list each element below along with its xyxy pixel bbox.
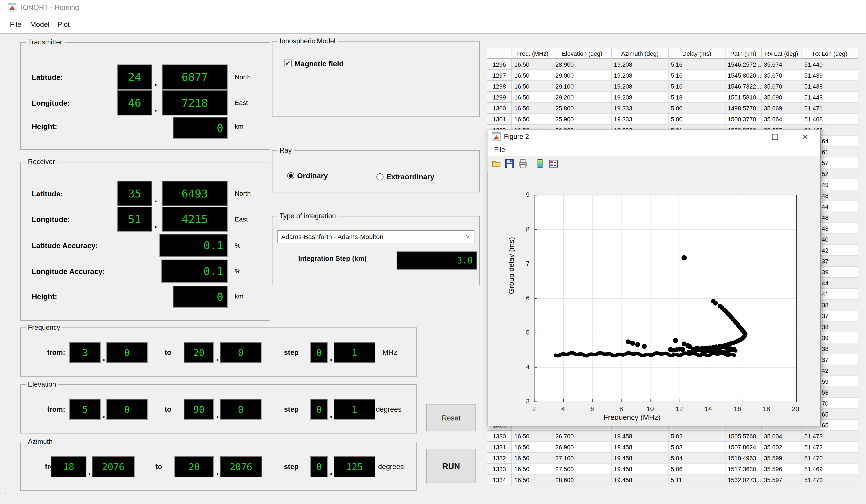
rx-longitude-frac-field[interactable]: 4215	[162, 207, 227, 232]
table-header-Rx Lon (deg)[interactable]: Rx Lon (deg)	[802, 48, 858, 59]
integration-title: Type of integration	[278, 212, 338, 220]
close-icon[interactable]: ✕	[792, 130, 819, 144]
frequency-to-frac-field[interactable]: 0	[220, 342, 262, 363]
decimal-dot	[331, 473, 332, 475]
table-cell: 19.458	[612, 463, 669, 474]
table-header-Path (km)[interactable]: Path (km)	[725, 48, 762, 59]
elevation-to-label: to	[165, 405, 171, 413]
minimize-icon[interactable]	[735, 130, 760, 144]
figure-title-bar: Figure 2 ✕	[488, 130, 820, 144]
menu-file[interactable]: File	[7, 19, 24, 30]
table-cell: 16.50	[512, 453, 553, 463]
table-cell: 1500.3770...	[725, 114, 762, 125]
y-axis-label: Group delay (ms)	[507, 237, 515, 294]
y-tick-label: 3	[520, 398, 530, 405]
extraordinary-radio[interactable]	[376, 173, 384, 181]
frequency-step-frac-field[interactable]: 1	[334, 342, 375, 363]
ionospheric-model-groupbox: Ionospheric Model ✓ Magnetic field	[272, 41, 480, 117]
rx-height-label: Height:	[32, 293, 57, 301]
menu-model[interactable]: Model	[27, 19, 52, 30]
rx-longitude-int-field[interactable]: 51	[117, 207, 152, 232]
reset-button[interactable]: Reset	[426, 404, 476, 432]
table-header-Freq. (MHz)[interactable]: Freq. (MHz)	[512, 48, 553, 59]
tx-latitude-int-field[interactable]: 24	[117, 65, 152, 90]
frequency-to-int-field[interactable]: 20	[184, 342, 214, 363]
menu-plot[interactable]: Plot	[55, 19, 73, 30]
ordinary-radio[interactable]	[287, 172, 295, 180]
elevation-to-int-field[interactable]: 90	[184, 399, 214, 420]
azimuth-step-frac-field[interactable]: 125	[334, 457, 375, 477]
ionort-main-window: IONORT - Homing File Model Plot Transmit…	[0, 0, 866, 504]
figure-menu-file[interactable]: File	[494, 146, 505, 154]
table-row[interactable]: 129616.5028.90019.2085.161546.2572...35.…	[487, 59, 858, 70]
table-row[interactable]: 130016.5025.80019.3335.001498.5770...35.…	[487, 103, 858, 114]
frequency-step-int-field[interactable]: 0	[310, 342, 328, 363]
maximize-icon[interactable]	[763, 130, 787, 144]
row-number: 1331	[487, 442, 512, 453]
azimuth-step-int-field[interactable]: 0	[310, 457, 328, 477]
integration-step-label: Integration Step (km)	[298, 255, 367, 262]
run-button[interactable]: RUN	[426, 449, 476, 483]
decimal-dot	[216, 359, 219, 361]
table-header-Azimuth (deg)[interactable]: Azimuth (deg)	[612, 48, 669, 59]
decimal-dot	[216, 416, 219, 418]
azimuth-to-int-field[interactable]: 20	[175, 457, 214, 477]
azimuth-from-int-field[interactable]: 18	[51, 457, 87, 477]
frequency-from-frac-field[interactable]: 0	[106, 342, 148, 363]
toolbar-separator	[531, 159, 531, 169]
azimuth-to-frac-field[interactable]: 2076	[220, 457, 262, 477]
table-cell: 51.470	[802, 453, 858, 463]
tx-latitude-frac-field[interactable]: 6877	[162, 65, 227, 90]
rx-height-field[interactable]: 0	[173, 286, 227, 308]
tx-height-field[interactable]: 0	[173, 117, 227, 139]
row-number: 1333	[487, 463, 512, 474]
elevation-from-frac-field[interactable]: 0	[106, 399, 148, 420]
table-cell: 35.690	[762, 92, 802, 103]
colorbar-icon[interactable]	[535, 159, 546, 169]
legend-icon[interactable]	[548, 159, 559, 169]
print-icon[interactable]	[518, 159, 528, 169]
table-cell: 5.06	[669, 463, 725, 474]
integration-step-field[interactable]: 3.0	[397, 251, 477, 270]
table-header-Elevation (deg)[interactable]: Elevation (deg)	[553, 48, 612, 59]
table-row[interactable]: 133316.5027.50019.4585.061517.3630...35.…	[487, 463, 858, 474]
rx-longitude-unit: East	[235, 215, 248, 223]
table-cell: 16.50	[512, 114, 553, 125]
table-row[interactable]: 129816.5029.10019.2085.161546.7322...35.…	[487, 81, 858, 92]
table-header-rownum[interactable]	[487, 48, 512, 59]
elevation-step-int-field[interactable]: 0	[310, 399, 328, 420]
elevation-from-int-field[interactable]: 5	[70, 399, 101, 420]
tx-longitude-int-field[interactable]: 46	[117, 90, 152, 115]
integration-method-dropdown[interactable]: Adams-Bashforth - Adams-Moulton ˅	[278, 230, 475, 243]
tx-latitude-unit: North	[235, 73, 251, 81]
table-row[interactable]: 129916.5029.20019.2085.181551.5810...35.…	[487, 92, 858, 103]
azimuth-from-frac-field[interactable]: 2076	[92, 457, 135, 477]
table-row[interactable]: 133016.5026.70019.4585.021505.5760...35.…	[487, 431, 858, 442]
rx-lon-accuracy-field[interactable]: 0.1	[162, 260, 228, 283]
rx-latitude-frac-field[interactable]: 6493	[162, 181, 227, 206]
table-row[interactable]: 133116.5026.90019.4585.031507.8624...35.…	[487, 442, 858, 453]
rx-lat-accuracy-field[interactable]: 0.1	[159, 234, 228, 257]
table-header-Rx Lat (deg)[interactable]: Rx Lat (deg)	[762, 48, 802, 59]
rx-latitude-int-field[interactable]: 35	[117, 181, 152, 206]
table-cell: 5.02	[669, 431, 725, 442]
transmitter-groupbox: Transmitter Latitude: 24 6877 North Long…	[20, 42, 270, 150]
table-cell: 25.900	[553, 114, 612, 125]
elevation-step-frac-field[interactable]: 1	[334, 399, 375, 420]
tx-longitude-frac-field[interactable]: 7218	[162, 90, 227, 115]
magnetic-field-checkbox[interactable]: ✓	[284, 60, 292, 67]
table-row[interactable]: 133416.5028.60019.4585.111532.0273...35.…	[487, 474, 858, 485]
table-row[interactable]: 130116.5025.90019.3335.001500.3770...35.…	[487, 114, 858, 125]
table-cell: 16.50	[512, 59, 553, 70]
y-tick-label: 4	[520, 363, 530, 371]
table-row[interactable]: 133216.5027.10019.4585.041510.4963...35.…	[487, 453, 858, 463]
frequency-from-int-field[interactable]: 3	[70, 342, 101, 363]
save-icon[interactable]	[504, 159, 515, 169]
chevron-down-icon[interactable]: ˅	[463, 232, 473, 242]
open-folder-icon[interactable]	[491, 159, 502, 169]
decimal-dot	[155, 226, 157, 228]
y-tick-label: 6	[520, 294, 530, 302]
table-row[interactable]: 129716.5029.00019.2085.161545.8020...35.…	[487, 70, 858, 81]
elevation-to-frac-field[interactable]: 0	[220, 399, 262, 420]
table-header-Delay (ms)[interactable]: Delay (ms)	[669, 48, 725, 59]
